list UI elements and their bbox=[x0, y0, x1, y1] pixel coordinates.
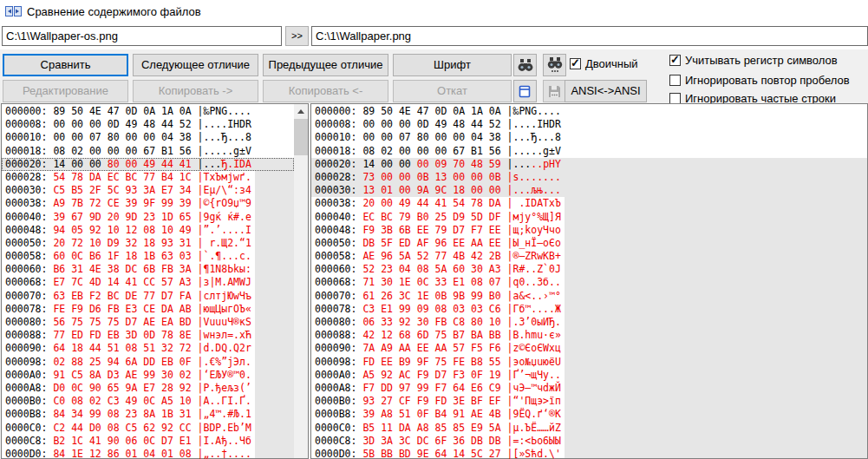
view-mode-button[interactable] bbox=[513, 80, 537, 102]
copy-left-button[interactable]: Копировать <- bbox=[263, 80, 388, 102]
hex-row[interactable]: 000010: 00 00 07 80 00 00 04 38 |...Ђ...… bbox=[2, 131, 294, 144]
hex-row[interactable]: 000020: 14 00 00 80 00 49 44 41 |...Ђ.ID… bbox=[2, 158, 294, 171]
hex-row[interactable]: 000030: C5 B5 2F 5C 93 3A E7 34 |Еµ/\“:з… bbox=[2, 184, 294, 197]
hex-row[interactable]: 000050: 20 72 10 D9 32 18 93 31 | r.Щ2.“… bbox=[2, 237, 294, 250]
left-hex-rows: 000000: 89 50 4E 47 0D 0A 1A 0A |‰PNG...… bbox=[2, 105, 294, 458]
hex-row[interactable]: 000030: 13 01 00 9A 9C 18 00 00 |...љњ..… bbox=[311, 184, 867, 197]
right-hex-rows: 000000: 89 50 4E 47 0D 0A 1A 0A |‰PNG...… bbox=[311, 105, 867, 458]
binoculars-icon bbox=[518, 59, 533, 72]
hex-row[interactable]: 0000C8: B2 1C 41 90 06 0C D7 E1 |І.Aђ..Ч… bbox=[2, 435, 294, 448]
scroll-up-button[interactable] bbox=[294, 104, 308, 119]
compare-button[interactable]: Сравнить bbox=[3, 54, 128, 76]
hex-row[interactable]: 000060: 52 23 04 08 5A 60 30 A3 |R#..Z`0… bbox=[311, 263, 867, 276]
hex-row[interactable]: 000058: 60 0C B6 1F 18 1B 63 03 |`.¶...c… bbox=[2, 250, 294, 263]
hex-row[interactable]: 000090: 7A A9 AA EE AA 57 F5 F6 |z©ЄоЄWх… bbox=[311, 342, 867, 355]
window-split-icon bbox=[519, 85, 532, 98]
swap-paths-button[interactable]: >> bbox=[285, 26, 309, 46]
hex-row[interactable]: 000098: 02 88 25 94 6A DD EB 0F |.€%”jЭл… bbox=[2, 356, 294, 369]
hex-row[interactable]: 000050: DB 5F ED AF 96 EE AA EE |Ы_нЇ–оЄ… bbox=[311, 237, 867, 250]
check-icon: ✓ bbox=[571, 56, 580, 69]
case-sensitive-checkbox[interactable]: ✓ Учитывать регистр символов bbox=[669, 54, 838, 67]
hex-row[interactable]: 0000A0: 91 C5 8A D3 AE 99 30 02 |‘ЕЉУ®™0… bbox=[2, 369, 294, 382]
left-panel-scrollbar[interactable] bbox=[294, 104, 308, 458]
font-button[interactable]: Шрифт bbox=[393, 54, 512, 76]
hex-row[interactable]: 000028: 54 78 DA EC BC 77 B4 1C |TxЪмјwґ… bbox=[2, 171, 294, 184]
hex-row[interactable]: 000070: 61 26 3C 1E 0B 9B 99 B0 |a&<..›™… bbox=[311, 290, 867, 303]
hex-row[interactable]: 0000A8: F7 DD 97 99 F7 64 E6 C9 |чЭ—™чdж… bbox=[311, 382, 867, 395]
hex-row[interactable]: 000038: 20 00 49 44 41 54 78 DA | .IDATx… bbox=[311, 197, 867, 210]
hex-row[interactable]: 0000C8: 3D 3A 3C DC 6F 36 DB DB |=:<Ьo6Ы… bbox=[311, 435, 867, 448]
binary-checkbox[interactable]: ✓ Двоичный bbox=[570, 57, 638, 70]
hex-row[interactable]: 0000D0: 5B BB BD 9E 64 14 5C 27 |[»Ѕћd.\… bbox=[311, 448, 867, 459]
hex-row[interactable]: 0000B0: C0 08 02 C3 49 0C A5 10 |А..ГI.Ґ… bbox=[2, 395, 294, 408]
hex-row[interactable]: 000068: 71 30 1E 0C 33 E1 08 07 |q0..3б.… bbox=[311, 276, 867, 289]
hex-row[interactable]: 000040: 39 67 9D 20 9D 23 1D 65 |9gќ ќ#.… bbox=[2, 211, 294, 224]
hex-row[interactable]: 000058: AE 96 5A 52 77 4B 42 2B |®–ZRwKB… bbox=[311, 250, 867, 263]
find-button[interactable] bbox=[513, 54, 537, 76]
hex-row[interactable]: 000000: 89 50 4E 47 0D 0A 1A 0A |‰PNG...… bbox=[311, 105, 867, 118]
hex-row[interactable]: 0000C0: C2 44 D0 08 C5 62 92 CC |ВDР.Еb’… bbox=[2, 422, 294, 435]
hex-row[interactable]: 000098: FD EE B9 9F 75 FE B8 55 |эо№џuюё… bbox=[311, 356, 867, 369]
find-options-button[interactable] bbox=[543, 54, 566, 76]
checkbox-box: ✓ bbox=[669, 55, 681, 66]
hex-row[interactable]: 000010: 00 00 07 80 00 00 04 38 |...Ђ...… bbox=[311, 131, 867, 144]
hex-row[interactable]: 000008: 00 00 00 0D 49 48 44 52 |....IHD… bbox=[311, 118, 867, 131]
hex-row[interactable]: 0000A8: D0 0C 90 65 9A E7 28 92 |Р.ђeљз(… bbox=[2, 382, 294, 395]
copy-right-button[interactable]: Копировать -> bbox=[133, 80, 258, 102]
checkbox-label: Игнорировать повтор пробелов bbox=[685, 74, 850, 87]
hex-row[interactable]: 000068: E7 7C 4D 14 41 CC 57 A3 |з|M.AМW… bbox=[2, 276, 294, 289]
checkbox-label: Двоичный bbox=[585, 57, 638, 70]
hex-row[interactable]: 000008: 00 00 00 0D 49 48 44 52 |....IHD… bbox=[2, 118, 294, 131]
checkbox-box: ✓ bbox=[669, 75, 681, 86]
hex-row[interactable]: 000020: 14 00 00 00 09 70 48 59 |.....pH… bbox=[311, 158, 867, 171]
compare-files-icon bbox=[5, 4, 22, 18]
titlebar: Сравнение содержимого файлов bbox=[0, 0, 868, 23]
save-button[interactable] bbox=[543, 80, 566, 102]
hex-row[interactable]: 000048: 94 05 92 10 12 08 10 49 |”.’....… bbox=[2, 224, 294, 237]
hex-row[interactable]: 000040: EC BC 79 B0 25 D9 5D DF |мјy°%Щ]… bbox=[311, 211, 867, 224]
hex-row[interactable]: 000088: 77 ED FD EB 3D 0D 78 8E |wнэл=.x… bbox=[2, 329, 294, 342]
hex-row[interactable]: 000038: A9 7B 72 CE 39 9F 99 39 |©{rО9џ™… bbox=[2, 197, 294, 210]
ignore-repeated-spaces-checkbox[interactable]: ✓ Игнорировать повтор пробелов bbox=[669, 74, 850, 87]
checkbox-box: ✓ bbox=[570, 58, 581, 69]
hex-row[interactable]: 0000B8: 39 A8 51 0F B4 91 AE 4B |9ЁQ.ґ‘®… bbox=[311, 408, 867, 421]
hex-row[interactable]: 0000A0: A5 92 AC F9 D7 F3 0F 19 |Ґ’¬щЧу.… bbox=[311, 369, 867, 382]
hex-row[interactable]: 000090: 64 18 44 51 08 51 32 72 |d.DQ.Q2… bbox=[2, 342, 294, 355]
hex-row[interactable]: 000080: 56 75 75 75 D7 AE EA BD |VuuuЧ®к… bbox=[2, 316, 294, 329]
hex-row[interactable]: 000070: 63 EB F2 BC DE 77 D7 FA |cлтјЮwЧ… bbox=[2, 290, 294, 303]
hex-row[interactable]: 000028: 73 00 00 0B 13 00 00 0B |s......… bbox=[311, 171, 867, 184]
up-arrow-icon bbox=[297, 109, 304, 114]
hex-row[interactable]: 000088: 42 12 68 6D 75 B7 BA BB |B.hmu·є… bbox=[311, 329, 867, 342]
hex-row[interactable]: 000000: 89 50 4E 47 0D 0A 1A 0A |‰PNG...… bbox=[2, 105, 294, 118]
hex-row[interactable]: 000018: 08 02 00 00 00 67 B1 56 |.....g±… bbox=[311, 145, 867, 158]
next-difference-button[interactable]: Следующее отличие bbox=[133, 54, 258, 76]
hex-row[interactable]: 000080: 06 33 92 30 FB C8 80 10 |.3’0ыИЂ… bbox=[311, 316, 867, 329]
floppy-disk-icon bbox=[548, 85, 561, 98]
edit-button[interactable]: Редактирование bbox=[3, 80, 128, 102]
checkbox-label: Учитывать регистр символов bbox=[685, 54, 838, 67]
hex-row[interactable]: 000078: C3 E1 99 09 08 03 03 C6 |Гб™....… bbox=[311, 303, 867, 316]
hex-row[interactable]: 000018: 08 02 00 00 00 67 B1 56 |.....g±… bbox=[2, 145, 294, 158]
binoculars-dots-icon bbox=[547, 57, 563, 73]
top-zone: Сравнение содержимого файлов >> bbox=[0, 0, 868, 49]
left-hex-panel: 000000: 89 50 4E 47 0D 0A 1A 0A |‰PNG...… bbox=[1, 103, 309, 459]
hex-row[interactable]: 000078: FE F9 D6 FB E3 CE DA AB |ющЦыгОЪ… bbox=[2, 303, 294, 316]
scrollbar-thumb[interactable] bbox=[294, 119, 308, 155]
right-hex-panel: 000000: 89 50 4E 47 0D 0A 1A 0A |‰PNG...… bbox=[310, 103, 868, 459]
rollback-button[interactable]: Откат bbox=[393, 80, 512, 102]
right-file-path-input[interactable] bbox=[311, 26, 868, 46]
check-icon: ✓ bbox=[670, 53, 680, 66]
ansi-convert-button[interactable]: ANSI<->ANSI bbox=[565, 80, 647, 102]
hex-row[interactable]: 0000B0: 93 27 CF F9 FD 3E BF EF |“'Пщэ>ї… bbox=[311, 395, 867, 408]
hex-row[interactable]: 0000C0: B5 11 DA A8 85 85 E9 5A |µ.ЪЁ……й… bbox=[311, 422, 867, 435]
hex-row[interactable]: 0000B8: 84 34 99 08 23 8A 1B 31 |„4™.#Љ.… bbox=[2, 408, 294, 421]
hex-row[interactable]: 000048: F9 3B 6B EE 79 D7 F7 EE |щ;kоyЧч… bbox=[311, 224, 867, 237]
compare-files-window: Сравнение содержимого файлов >> Сравнить… bbox=[0, 0, 868, 459]
hex-row[interactable]: 0000D0: 84 1E 12 86 01 04 01 08 |„..†...… bbox=[2, 448, 294, 459]
window-title: Сравнение содержимого файлов bbox=[27, 0, 201, 23]
left-file-path-input[interactable] bbox=[2, 26, 282, 46]
hex-row[interactable]: 000060: B6 31 4E 38 DC 6B FB 3A |¶1N8Ьkы… bbox=[2, 263, 294, 276]
previous-difference-button[interactable]: Предыдущее отличие bbox=[263, 54, 388, 76]
